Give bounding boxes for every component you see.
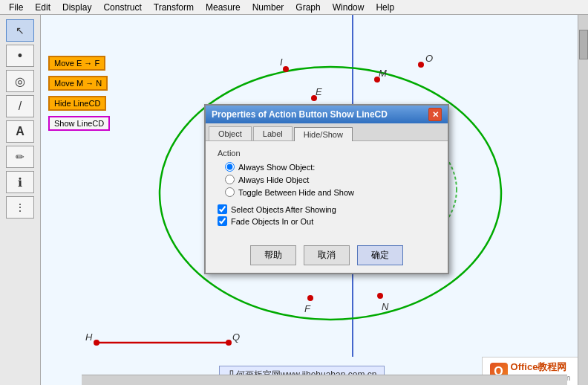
checkbox-select-after-input[interactable] — [218, 204, 227, 214]
checkbox-group: Select Objects After Showing Fade Object… — [218, 204, 436, 226]
radio-always-hide-input[interactable] — [225, 175, 235, 184]
dialog-tabs: Object Label Hide/Show — [206, 123, 448, 141]
svg-point-3 — [283, 66, 289, 72]
menu-window[interactable]: Window — [327, 0, 370, 15]
btn-move-mn[interactable]: Move M → N — [48, 76, 108, 91]
tool-select[interactable]: ↖ — [6, 19, 34, 42]
svg-point-11 — [307, 295, 313, 301]
checkbox-fade[interactable]: Fade Objects In or Out — [218, 216, 436, 226]
svg-text:I: I — [280, 56, 283, 68]
dialog-buttons: 帮助 取消 确定 — [206, 241, 448, 273]
svg-text:N: N — [382, 301, 389, 312]
menu-file[interactable]: File — [3, 0, 29, 15]
radio-group: Always Show Object: Always Hide Object T… — [225, 162, 436, 197]
menu-bar: File Edit Display Construct Transform Me… — [0, 0, 588, 15]
dialog-content: Action Always Show Object: Always Hide O… — [206, 141, 448, 241]
tab-label[interactable]: Label — [253, 126, 293, 140]
menu-help[interactable]: Help — [370, 0, 400, 15]
tool-point[interactable]: • — [6, 45, 34, 67]
radio-toggle-input[interactable] — [225, 187, 235, 197]
menu-number[interactable]: Number — [246, 0, 290, 15]
svg-point-17 — [226, 340, 232, 346]
checkbox-fade-input[interactable] — [218, 216, 227, 226]
radio-always-show-input[interactable] — [225, 162, 235, 172]
tool-text[interactable]: A — [6, 120, 34, 143]
office-main-text: Office教程网 — [511, 360, 570, 374]
menu-measure[interactable]: Measure — [200, 0, 246, 15]
svg-point-13 — [377, 293, 383, 299]
dialog-titlebar: Properties of Action Button Show LineCD … — [206, 106, 448, 123]
svg-point-16 — [94, 340, 99, 346]
scrollbar-thumb[interactable] — [579, 30, 588, 59]
svg-text:F: F — [304, 303, 311, 314]
tool-pen[interactable]: ✏ — [6, 146, 34, 168]
menu-display[interactable]: Display — [56, 0, 97, 15]
radio-always-hide[interactable]: Always Hide Object — [225, 175, 436, 184]
tool-line[interactable]: / — [6, 95, 34, 117]
menu-edit[interactable]: Edit — [29, 0, 56, 15]
tool-info[interactable]: ℹ — [6, 171, 34, 193]
radio-always-show[interactable]: Always Show Object: — [225, 162, 436, 172]
menu-graph[interactable]: Graph — [290, 0, 326, 15]
left-toolbar: ↖ • ◎ / A ✏ ℹ ⋮ — [0, 15, 41, 385]
svg-point-9 — [418, 62, 424, 68]
tool-more[interactable]: ⋮ — [6, 196, 34, 219]
scrollbar-bottom[interactable] — [82, 375, 567, 385]
properties-dialog: Properties of Action Button Show LineCD … — [204, 104, 449, 274]
dialog-close-button[interactable]: ✕ — [428, 108, 442, 121]
btn-show-linecd[interactable]: Show LineCD — [48, 116, 110, 131]
canvas-area[interactable]: I E M O F N H Q Move E → F Move M → — [41, 15, 578, 385]
svg-text:H: H — [85, 331, 93, 343]
tab-object[interactable]: Object — [209, 126, 252, 140]
svg-text:Q: Q — [232, 331, 240, 343]
dialog-title: Properties of Action Button Show LineCD — [212, 109, 388, 120]
svg-text:O: O — [425, 53, 433, 64]
action-label: Action — [218, 149, 436, 158]
btn-help[interactable]: 帮助 — [250, 245, 296, 265]
btn-move-ef[interactable]: Move E → F — [48, 56, 105, 71]
scrollbar-right[interactable] — [578, 15, 588, 385]
menu-construct[interactable]: Construct — [97, 0, 147, 15]
btn-ok[interactable]: 确定 — [357, 245, 403, 265]
main-layout: ↖ • ◎ / A ✏ ℹ ⋮ I E M — [0, 15, 588, 385]
tool-compass[interactable]: ◎ — [6, 70, 34, 92]
radio-toggle[interactable]: Toggle Between Hide and Show — [225, 187, 436, 197]
btn-cancel[interactable]: 取消 — [304, 245, 350, 265]
tab-hide-show[interactable]: Hide/Show — [294, 127, 353, 141]
btn-hide-linecd[interactable]: Hide LineCD — [48, 96, 106, 111]
checkbox-select-after[interactable]: Select Objects After Showing — [218, 204, 436, 214]
menu-transform[interactable]: Transform — [148, 0, 200, 15]
svg-text:M: M — [379, 68, 387, 79]
svg-text:E: E — [316, 86, 322, 97]
